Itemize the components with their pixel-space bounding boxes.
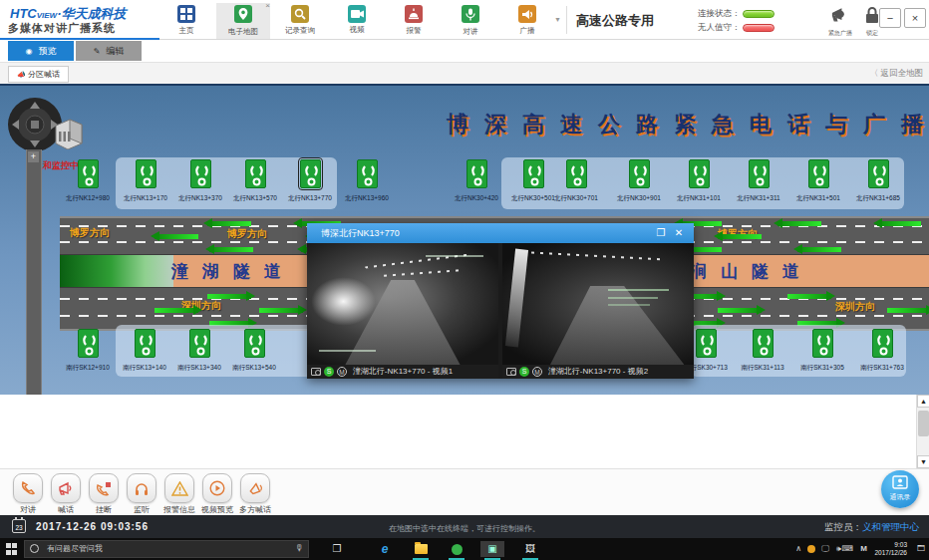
action-label: 对讲 xyxy=(9,504,47,515)
camera-feed-1[interactable] xyxy=(307,243,498,365)
tray-volume-icon[interactable]: 🕪 xyxy=(836,544,841,554)
stream-m-badge[interactable]: M xyxy=(337,367,347,377)
tunnel-portal xyxy=(60,254,173,288)
connection-ok-indicator xyxy=(743,10,774,18)
nav-more-icon[interactable]: ▼ xyxy=(554,16,561,23)
popup-maximize-icon[interactable]: ❐ xyxy=(654,227,668,240)
tray-clock[interactable]: 9:03 2017/12/26 xyxy=(861,541,907,557)
挂断-button[interactable]: 挂断 xyxy=(85,473,123,515)
active-app-icon[interactable]: ▣ xyxy=(480,541,504,557)
map-title: 博深高速公路紧急电话与广播 xyxy=(447,110,929,140)
divider xyxy=(566,6,567,34)
camera-2-info-bar: S M 潼湖北行-NK13+770 - 视频2 xyxy=(502,365,694,379)
action-label: 多方喊话 xyxy=(236,504,274,515)
emergency-phone-南行SK13+540[interactable]: 南行SK13+540 xyxy=(219,329,289,373)
nav-tab-报警[interactable]: 报警 xyxy=(387,3,441,39)
contacts-button[interactable]: 通讯录 xyxy=(881,470,919,508)
partition-call-label: 分区喊话 xyxy=(28,70,60,79)
stream-m-badge[interactable]: M xyxy=(532,367,542,377)
camera-feed-2[interactable] xyxy=(502,243,694,365)
喊话-button[interactable]: 喊话 xyxy=(47,473,85,515)
报警信息-button[interactable]: 报警信息 xyxy=(160,473,198,515)
minimize-button[interactable]: − xyxy=(879,8,901,28)
tray-network-icon[interactable]: 🖵 xyxy=(821,544,829,554)
stream-s-badge[interactable]: S xyxy=(324,367,334,377)
task-view-icon[interactable]: ❐ xyxy=(325,541,349,557)
camera-2-label: 潼湖北行-NK13+770 - 视频2 xyxy=(548,367,648,376)
tunnel-right-name: 涧山隧道 xyxy=(690,260,813,283)
popup-close-icon[interactable]: ✕ xyxy=(672,227,686,240)
监听-button[interactable]: 监听 xyxy=(123,473,160,515)
phone-icon xyxy=(13,473,43,503)
headset-icon xyxy=(127,473,156,503)
emergency-phone-北行NK31+685[interactable]: 北行NK31+685 xyxy=(843,159,913,203)
preview-button[interactable]: ◉预览 xyxy=(8,41,74,61)
connection-label: 连接状态： xyxy=(698,8,741,18)
对讲-button[interactable]: 对讲 xyxy=(9,473,47,515)
tray-keyboard-icon[interactable]: ⌨ xyxy=(841,544,853,553)
emergency-phone-北行NK30+701[interactable]: 北行NK30+701 xyxy=(541,159,611,203)
nav-tab-电子地图[interactable]: ×电子地图 xyxy=(216,3,270,39)
edit-button[interactable]: ✎编辑 xyxy=(76,41,142,61)
phone-station-label: 北行NK30+701 xyxy=(541,194,611,203)
emergency-broadcast-button[interactable]: 紧急广播 xyxy=(823,6,857,38)
emergency-phone-南行SK31+763[interactable]: 南行SK31+763 xyxy=(847,329,917,373)
operator-label: 监控员： xyxy=(824,521,862,532)
emergency-phone-icon xyxy=(135,329,155,358)
unattended-indicator xyxy=(743,24,774,32)
status-hint: 在地图中选中在线终端，可进行控制操作。 xyxy=(0,523,929,534)
nav-tab-主页[interactable]: 主页 xyxy=(159,3,213,39)
traffic-arrow-icon xyxy=(207,221,251,226)
emergency-phone-icon xyxy=(629,159,650,188)
app-icon-green[interactable] xyxy=(445,541,468,557)
video-popup-window[interactable]: 博深北行NK13+770 ❐ ✕ S M 潼湖北行-NK13+770 - xyxy=(307,223,694,379)
emergency-phone-icon xyxy=(78,159,99,188)
tunnel-video-frame xyxy=(502,243,694,365)
taskbar-search-input[interactable]: 有问题尽管问我 xyxy=(24,540,309,558)
monitor-center-building-icon[interactable] xyxy=(52,112,86,149)
action-label: 喊话 xyxy=(47,504,85,515)
microphone-icon[interactable]: 🎙 xyxy=(295,543,304,553)
scroll-up-icon[interactable]: ▲ xyxy=(917,395,929,408)
start-button[interactable] xyxy=(6,543,18,555)
close-button[interactable]: × xyxy=(904,8,926,28)
edge-browser-icon[interactable]: e xyxy=(373,541,397,557)
vertical-scrollbar[interactable]: ▲ ▼ xyxy=(916,395,929,468)
nav-tab-视频[interactable]: 视频 xyxy=(330,3,384,39)
scroll-down-icon[interactable]: ▼ xyxy=(917,455,929,468)
notification-center-icon[interactable]: 🗔 xyxy=(917,544,925,553)
emergency-phone-icon xyxy=(696,329,717,358)
nav-tab-对讲[interactable]: 对讲 xyxy=(444,3,497,39)
emergency-phone-icon xyxy=(753,329,774,358)
nav-tab-广播[interactable]: 广播 xyxy=(500,3,554,39)
snapshot-icon[interactable] xyxy=(506,368,516,376)
nav-tab-记录查询[interactable]: 记录查询 xyxy=(273,3,327,39)
snapshot-icon[interactable] xyxy=(311,368,321,376)
多方喊话-button[interactable]: 多方喊话 xyxy=(236,473,274,515)
traffic-arrow-icon xyxy=(877,221,921,226)
emergency-phone-icon xyxy=(244,329,265,358)
cortana-icon[interactable] xyxy=(30,544,39,553)
tray-shield-icon[interactable] xyxy=(807,545,815,555)
search-icon xyxy=(291,5,309,23)
multi-call-icon xyxy=(240,473,270,503)
emergency-phone-icon xyxy=(872,329,893,358)
map-icon xyxy=(234,5,252,23)
partition-call-tab[interactable]: 📣 分区喊话 xyxy=(8,66,69,83)
zoom-plus-icon[interactable]: + xyxy=(28,151,39,162)
traffic-arrow-icon xyxy=(155,308,198,313)
mode-title: 高速公路专用 xyxy=(576,12,654,30)
app-icon-photos[interactable]: 🖼 xyxy=(518,541,542,557)
popup-title-bar[interactable]: 博深北行NK13+770 xyxy=(307,223,694,243)
file-explorer-icon[interactable] xyxy=(409,541,433,557)
tray-expand-icon[interactable]: ∧ xyxy=(795,544,801,553)
tab-close-icon[interactable]: × xyxy=(265,1,270,10)
emergency-phone-icon xyxy=(300,159,321,188)
emergency-phone-北行NK13+960[interactable]: 北行NK13+960 xyxy=(332,159,402,203)
back-to-full-map-link[interactable]: 〈 返回全地图 xyxy=(870,68,923,80)
scrollbar-thumb[interactable] xyxy=(918,411,929,436)
operator-name[interactable]: 义和管理中心 xyxy=(862,521,919,532)
视频预览-button[interactable]: 视频预览 xyxy=(198,473,236,515)
pencil-icon: ✎ xyxy=(94,47,101,56)
stream-s-badge[interactable]: S xyxy=(519,367,529,377)
